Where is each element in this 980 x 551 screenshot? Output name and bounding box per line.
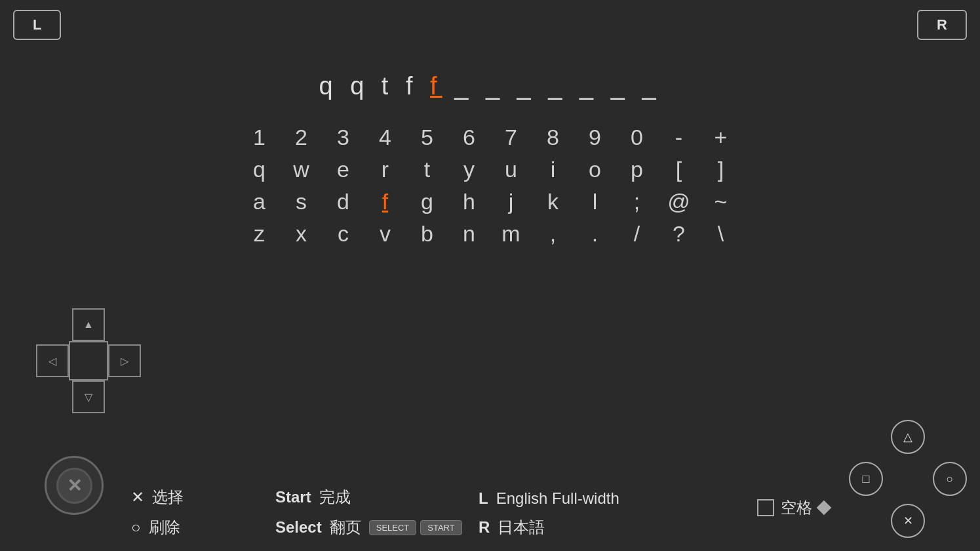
dpad: ▲ ◁ ▷ ▽: [36, 308, 141, 413]
select-action: 翻页: [330, 517, 361, 538]
key-t[interactable]: t: [416, 157, 439, 182]
key-j[interactable]: j: [500, 189, 523, 214]
key-0[interactable]: 0: [625, 125, 649, 150]
key-r[interactable]: r: [374, 157, 397, 182]
dpad-down[interactable]: ▽: [72, 380, 105, 413]
dpad-center: [69, 341, 108, 380]
mini-select-button[interactable]: SELECT: [369, 520, 417, 535]
key-7[interactable]: 7: [500, 125, 523, 150]
key-9[interactable]: 9: [583, 125, 607, 150]
key-v[interactable]: v: [374, 221, 397, 247]
l-key-label: L: [479, 489, 488, 508]
key-backslash[interactable]: \: [709, 221, 733, 247]
key-8[interactable]: 8: [541, 125, 565, 150]
key-u[interactable]: u: [500, 157, 523, 182]
key-bracket-right[interactable]: ]: [709, 157, 733, 182]
key-z[interactable]: z: [248, 221, 271, 247]
key-n[interactable]: n: [458, 221, 481, 247]
face-buttons: △ □ ○ ✕: [849, 420, 967, 538]
l-row: L English Full-width: [479, 489, 619, 508]
typed-text: q q t f: [319, 72, 430, 100]
key-y[interactable]: y: [458, 157, 481, 182]
cursor-char: f: [430, 72, 442, 100]
r-row: R 日本語: [479, 517, 619, 538]
blank-spaces: _ _ _ _ _ _ _: [442, 72, 661, 100]
key-bracket-left[interactable]: [: [667, 157, 691, 182]
start-label: Start: [275, 488, 311, 506]
key-s[interactable]: s: [290, 189, 313, 214]
key-e[interactable]: e: [332, 157, 355, 182]
key-6[interactable]: 6: [458, 125, 481, 150]
key-m[interactable]: m: [500, 221, 523, 247]
l-key-action: English Full-width: [496, 489, 619, 508]
key-x[interactable]: x: [290, 221, 313, 247]
key-a[interactable]: a: [248, 189, 271, 214]
key-w[interactable]: w: [290, 157, 313, 182]
bottom-bar: ✕ 选择 ○ 刷除 Start 完成 Select 翻页 SELECT STAR…: [0, 459, 980, 551]
key-d[interactable]: d: [332, 189, 355, 214]
key-row-qwerty: q w e r t y u i o p [ ]: [248, 157, 733, 182]
space-label: 空格: [781, 497, 812, 518]
key-row-asdf: a s d f g h j k l ; @ ~: [248, 189, 733, 214]
key-slash[interactable]: /: [625, 221, 649, 247]
key-q[interactable]: q: [248, 157, 271, 182]
key-p[interactable]: p: [625, 157, 649, 182]
mini-buttons: SELECT START: [369, 520, 462, 535]
key-c[interactable]: c: [332, 221, 355, 247]
key-b[interactable]: b: [416, 221, 439, 247]
key-comma[interactable]: ,: [541, 221, 565, 247]
key-3[interactable]: 3: [332, 125, 355, 150]
square-key-icon: [757, 499, 774, 516]
text-input-display: q q t f f _ _ _ _ _ _ _: [319, 72, 661, 100]
start-action: 完成: [319, 487, 351, 508]
key-question[interactable]: ?: [667, 221, 691, 247]
key-2[interactable]: 2: [290, 125, 313, 150]
circle-button-action: 刷除: [149, 517, 180, 538]
cross-button[interactable]: ✕: [891, 504, 925, 538]
key-period[interactable]: .: [583, 221, 607, 247]
square-button[interactable]: □: [849, 462, 883, 496]
triangle-button[interactable]: △: [891, 420, 925, 454]
key-4[interactable]: 4: [374, 125, 397, 150]
r-key-label: R: [479, 518, 490, 537]
select-row: Select 翻页 SELECT START: [275, 517, 462, 538]
diamond-icon: [817, 500, 832, 516]
select-label: Select: [275, 518, 322, 537]
key-g[interactable]: g: [416, 189, 439, 214]
r-key-action: 日本語: [498, 517, 545, 538]
dpad-up[interactable]: ▲: [72, 308, 105, 341]
key-5[interactable]: 5: [416, 125, 439, 150]
key-h[interactable]: h: [458, 189, 481, 214]
key-k[interactable]: k: [541, 189, 565, 214]
key-semicolon[interactable]: ;: [625, 189, 649, 214]
x-button-label: ✕: [131, 488, 144, 506]
key-tilde[interactable]: ~: [709, 189, 733, 214]
key-i[interactable]: i: [541, 157, 565, 182]
key-f[interactable]: f: [374, 189, 397, 214]
key-l[interactable]: l: [583, 189, 607, 214]
start-row: Start 完成: [275, 487, 462, 508]
key-1[interactable]: 1: [248, 125, 271, 150]
key-plus[interactable]: +: [709, 125, 733, 150]
key-row-zxcv: z x c v b n m , . / ? \: [248, 221, 733, 247]
x-button-row: ✕ 选择: [131, 487, 184, 508]
key-at[interactable]: @: [667, 189, 691, 214]
key-o[interactable]: o: [583, 157, 607, 182]
circle-button-label: ○: [131, 518, 141, 537]
dpad-right[interactable]: ▷: [108, 344, 141, 377]
x-button-action: 选择: [152, 487, 184, 508]
r-shoulder-button[interactable]: R: [917, 10, 967, 40]
key-minus[interactable]: -: [667, 125, 691, 150]
circle-button-row: ○ 刷除: [131, 517, 184, 538]
circle-button[interactable]: ○: [933, 462, 967, 496]
key-row-numbers: 1 2 3 4 5 6 7 8 9 0 - +: [248, 125, 733, 150]
dpad-left[interactable]: ◁: [36, 344, 69, 377]
l-shoulder-button[interactable]: L: [13, 10, 61, 40]
mini-start-button[interactable]: START: [420, 520, 461, 535]
virtual-keyboard: 1 2 3 4 5 6 7 8 9 0 - + q w e r t y u i …: [248, 125, 733, 247]
